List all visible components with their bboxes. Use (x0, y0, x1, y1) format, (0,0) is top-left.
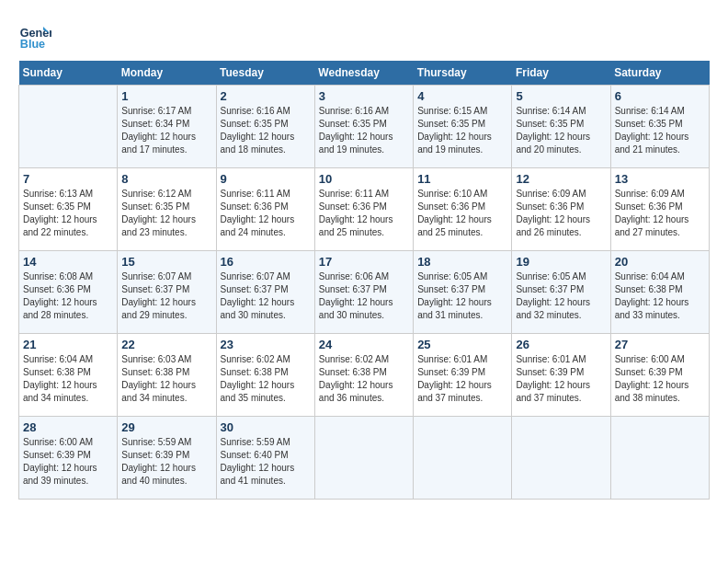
calendar-cell: 25Sunrise: 6:01 AM Sunset: 6:39 PM Dayli… (414, 334, 512, 417)
day-info: Sunrise: 6:16 AM Sunset: 6:35 PM Dayligh… (319, 105, 409, 156)
day-number: 22 (121, 338, 211, 351)
calendar-table: SundayMondayTuesdayWednesdayThursdayFrid… (18, 61, 710, 500)
day-info: Sunrise: 6:13 AM Sunset: 6:35 PM Dayligh… (23, 188, 113, 239)
calendar-cell: 3Sunrise: 6:16 AM Sunset: 6:35 PM Daylig… (314, 86, 413, 168)
day-header-friday: Friday (512, 61, 610, 86)
day-number: 30 (221, 420, 311, 434)
calendar-cell: 22Sunrise: 6:03 AM Sunset: 6:38 PM Dayli… (118, 334, 216, 417)
calendar-cell: 29Sunrise: 5:59 AM Sunset: 6:39 PM Dayli… (118, 417, 216, 500)
day-number: 21 (23, 338, 113, 351)
day-header-wednesday: Wednesday (314, 61, 413, 86)
day-number: 17 (319, 255, 409, 269)
day-number: 27 (615, 338, 705, 351)
day-info: Sunrise: 6:01 AM Sunset: 6:39 PM Dayligh… (417, 353, 507, 405)
calendar-cell: 9Sunrise: 6:11 AM Sunset: 6:36 PM Daylig… (216, 168, 314, 251)
day-number: 13 (615, 172, 705, 186)
calendar-cell: 28Sunrise: 6:00 AM Sunset: 6:39 PM Dayli… (19, 417, 118, 500)
calendar-cell: 11Sunrise: 6:10 AM Sunset: 6:36 PM Dayli… (414, 168, 512, 251)
calendar-cell: 15Sunrise: 6:07 AM Sunset: 6:37 PM Dayli… (118, 251, 216, 334)
calendar-cell: 19Sunrise: 6:05 AM Sunset: 6:37 PM Dayli… (512, 251, 610, 334)
calendar-week-row: 1Sunrise: 6:17 AM Sunset: 6:34 PM Daylig… (19, 86, 710, 168)
day-info: Sunrise: 6:02 AM Sunset: 6:38 PM Dayligh… (221, 353, 311, 405)
day-info: Sunrise: 6:07 AM Sunset: 6:37 PM Dayligh… (221, 270, 311, 322)
day-number: 16 (221, 255, 311, 269)
day-number: 28 (23, 420, 113, 434)
day-number: 8 (121, 172, 211, 186)
day-info: Sunrise: 6:00 AM Sunset: 6:39 PM Dayligh… (23, 436, 113, 488)
day-number: 4 (417, 89, 507, 103)
day-info: Sunrise: 6:09 AM Sunset: 6:36 PM Dayligh… (615, 188, 705, 239)
page-header: General Blue (18, 18, 710, 52)
calendar-cell: 14Sunrise: 6:08 AM Sunset: 6:36 PM Dayli… (19, 251, 118, 334)
day-info: Sunrise: 6:04 AM Sunset: 6:38 PM Dayligh… (615, 270, 705, 322)
calendar-cell: 18Sunrise: 6:05 AM Sunset: 6:37 PM Dayli… (414, 251, 512, 334)
day-number: 19 (516, 255, 606, 269)
day-number: 24 (319, 338, 409, 351)
day-info: Sunrise: 6:00 AM Sunset: 6:39 PM Dayligh… (615, 353, 705, 405)
calendar-cell: 2Sunrise: 6:16 AM Sunset: 6:35 PM Daylig… (216, 86, 314, 168)
calendar-cell (314, 417, 413, 500)
day-number: 15 (121, 255, 211, 269)
day-number: 3 (319, 89, 409, 103)
day-number: 14 (23, 255, 113, 269)
calendar-cell: 21Sunrise: 6:04 AM Sunset: 6:38 PM Dayli… (19, 334, 118, 417)
day-info: Sunrise: 6:05 AM Sunset: 6:37 PM Dayligh… (417, 270, 507, 322)
day-info: Sunrise: 6:08 AM Sunset: 6:36 PM Dayligh… (23, 270, 113, 322)
day-number: 20 (615, 255, 705, 269)
calendar-week-row: 21Sunrise: 6:04 AM Sunset: 6:38 PM Dayli… (19, 334, 710, 417)
day-number: 2 (221, 89, 311, 103)
calendar-cell: 8Sunrise: 6:12 AM Sunset: 6:35 PM Daylig… (118, 168, 216, 251)
calendar-cell: 27Sunrise: 6:00 AM Sunset: 6:39 PM Dayli… (610, 334, 709, 417)
day-info: Sunrise: 6:04 AM Sunset: 6:38 PM Dayligh… (23, 353, 113, 405)
day-number: 5 (516, 89, 606, 103)
calendar-cell (414, 417, 512, 500)
day-info: Sunrise: 6:01 AM Sunset: 6:39 PM Dayligh… (516, 353, 606, 405)
day-info: Sunrise: 6:11 AM Sunset: 6:36 PM Dayligh… (319, 188, 409, 239)
calendar-cell: 17Sunrise: 6:06 AM Sunset: 6:37 PM Dayli… (314, 251, 413, 334)
day-number: 10 (319, 172, 409, 186)
day-info: Sunrise: 6:14 AM Sunset: 6:35 PM Dayligh… (615, 105, 705, 156)
calendar-cell (19, 86, 118, 168)
calendar-cell: 30Sunrise: 5:59 AM Sunset: 6:40 PM Dayli… (216, 417, 314, 500)
calendar-cell: 1Sunrise: 6:17 AM Sunset: 6:34 PM Daylig… (118, 86, 216, 168)
day-number: 25 (417, 338, 507, 351)
day-number: 23 (221, 338, 311, 351)
day-header-tuesday: Tuesday (216, 61, 314, 86)
calendar-week-row: 14Sunrise: 6:08 AM Sunset: 6:36 PM Dayli… (19, 251, 710, 334)
calendar-cell: 10Sunrise: 6:11 AM Sunset: 6:36 PM Dayli… (314, 168, 413, 251)
svg-text:Blue: Blue (20, 38, 45, 51)
calendar-week-row: 28Sunrise: 6:00 AM Sunset: 6:39 PM Dayli… (19, 417, 710, 500)
day-info: Sunrise: 5:59 AM Sunset: 6:39 PM Dayligh… (121, 436, 211, 488)
calendar-cell: 5Sunrise: 6:14 AM Sunset: 6:35 PM Daylig… (512, 86, 610, 168)
calendar-cell: 20Sunrise: 6:04 AM Sunset: 6:38 PM Dayli… (610, 251, 709, 334)
logo-icon: General Blue (18, 18, 51, 52)
day-info: Sunrise: 6:14 AM Sunset: 6:35 PM Dayligh… (516, 105, 606, 156)
calendar-week-row: 7Sunrise: 6:13 AM Sunset: 6:35 PM Daylig… (19, 168, 710, 251)
day-info: Sunrise: 5:59 AM Sunset: 6:40 PM Dayligh… (221, 436, 311, 488)
day-info: Sunrise: 6:09 AM Sunset: 6:36 PM Dayligh… (516, 188, 606, 239)
day-info: Sunrise: 6:15 AM Sunset: 6:35 PM Dayligh… (417, 105, 507, 156)
day-number: 1 (121, 89, 211, 103)
calendar-cell: 24Sunrise: 6:02 AM Sunset: 6:38 PM Dayli… (314, 334, 413, 417)
day-info: Sunrise: 6:05 AM Sunset: 6:37 PM Dayligh… (516, 270, 606, 322)
day-number: 6 (615, 89, 705, 103)
day-info: Sunrise: 6:12 AM Sunset: 6:35 PM Dayligh… (121, 188, 211, 239)
calendar-cell: 16Sunrise: 6:07 AM Sunset: 6:37 PM Dayli… (216, 251, 314, 334)
calendar-cell: 13Sunrise: 6:09 AM Sunset: 6:36 PM Dayli… (610, 168, 709, 251)
day-info: Sunrise: 6:17 AM Sunset: 6:34 PM Dayligh… (121, 105, 211, 156)
calendar-cell: 23Sunrise: 6:02 AM Sunset: 6:38 PM Dayli… (216, 334, 314, 417)
day-info: Sunrise: 6:03 AM Sunset: 6:38 PM Dayligh… (121, 353, 211, 405)
day-number: 26 (516, 338, 606, 351)
day-header-monday: Monday (118, 61, 216, 86)
day-info: Sunrise: 6:10 AM Sunset: 6:36 PM Dayligh… (417, 188, 507, 239)
calendar-cell: 4Sunrise: 6:15 AM Sunset: 6:35 PM Daylig… (414, 86, 512, 168)
day-info: Sunrise: 6:11 AM Sunset: 6:36 PM Dayligh… (221, 188, 311, 239)
calendar-header-row: SundayMondayTuesdayWednesdayThursdayFrid… (19, 61, 710, 86)
calendar-cell (610, 417, 709, 500)
day-info: Sunrise: 6:06 AM Sunset: 6:37 PM Dayligh… (319, 270, 409, 322)
day-info: Sunrise: 6:16 AM Sunset: 6:35 PM Dayligh… (221, 105, 311, 156)
day-header-saturday: Saturday (610, 61, 709, 86)
logo: General Blue (18, 18, 55, 52)
day-number: 12 (516, 172, 606, 186)
day-number: 7 (23, 172, 113, 186)
